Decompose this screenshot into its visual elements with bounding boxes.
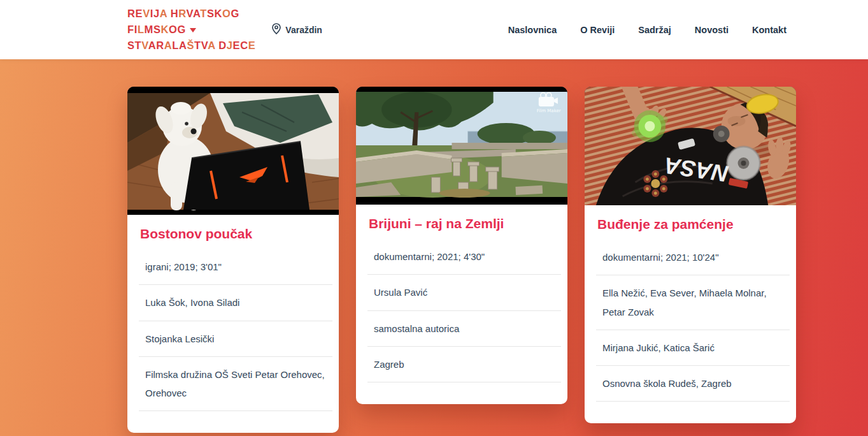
row-school: Filmska družina OŠ Sveti Petar Orehovec,… (139, 357, 332, 412)
page-background: REVIJA HRVATSKOG FILMSKOG STVARALAŠTVA D… (0, 0, 868, 436)
film-card-body: Brijuni – raj na Zemlji dokumentarni; 20… (356, 205, 567, 404)
row-mentors: Mirjana Jukić, Katica Šarić (596, 330, 790, 366)
nav-link-naslovnica[interactable]: Naslovnica (508, 25, 557, 35)
row-mentors: Stojanka Lesički (139, 321, 332, 357)
row-authors: Ursula Pavić (367, 275, 561, 310)
video-thumbnail-fidget-spinners[interactable]: NASA (585, 87, 796, 205)
row-school: Osnovna škola Rudeš, Zagreb (596, 366, 790, 402)
logo-line-3: STVARALAŠTVA DJECE (127, 38, 255, 54)
film-card-bostonov-poucak: Bostonov poučak igrani; 2019; 3'01" Luka… (127, 87, 339, 433)
nav-link-kontakt[interactable]: Kontakt (752, 25, 786, 35)
row-authors: Ella Nežić, Eva Sever, Mihaela Molnar, P… (596, 275, 790, 330)
logo-accent-mark (190, 28, 196, 33)
logo-line-2: FILMSKOG (127, 22, 255, 38)
film-title[interactable]: Brijuni – raj na Zemlji (369, 216, 561, 231)
site-logo[interactable]: REVIJA HRVATSKOG FILMSKOG STVARALAŠTVA D… (127, 6, 255, 53)
location-label: Varaždin (285, 25, 322, 35)
film-title[interactable]: Bostonov poučak (140, 226, 332, 242)
film-card-body: Buđenje za pamćenje dokumentarni; 2021; … (585, 205, 796, 423)
map-pin-icon (272, 23, 281, 36)
svg-text:Film Maker: Film Maker (537, 108, 561, 113)
film-card-brijuni: Film Maker Brijuni – raj na Zemlji dokum… (356, 87, 567, 404)
nav-link-novosti[interactable]: Novosti (695, 25, 729, 35)
video-thumbnail-dog-watching-laptop[interactable] (127, 87, 339, 215)
site-header: REVIJA HRVATSKOG FILMSKOG STVARALAŠTVA D… (0, 0, 868, 59)
film-card-body: Bostonov poučak igrani; 2019; 3'01" Luka… (127, 215, 339, 433)
film-card-budenje-za-pamcenje: NASA Buđenje za pamćenje dokumentarni; 2… (585, 87, 796, 423)
logo-line-1: REVIJA HRVATSKOG (127, 6, 255, 22)
film-title[interactable]: Buđenje za pamćenje (597, 217, 790, 232)
row-type-year-duration: igrani; 2019; 3'01" (139, 249, 332, 285)
row-mentors: samostalna autorica (367, 311, 561, 347)
row-city: Zagreb (367, 347, 561, 382)
film-card-list: Bostonov poučak igrani; 2019; 3'01" Luka… (0, 59, 868, 433)
nav-link-o-reviji[interactable]: O Reviji (580, 25, 615, 35)
nav-link-sadrzaj[interactable]: Sadržaj (638, 25, 671, 35)
row-authors: Luka Šok, Ivona Siladi (139, 285, 332, 321)
main-nav: Naslovnica O Reviji Sadržaj Novosti Kont… (508, 25, 786, 35)
video-thumbnail-brijuni-ruins[interactable]: Film Maker (356, 87, 567, 205)
row-type-year-duration: dokumentarni; 2021; 4'30" (367, 239, 561, 275)
location-indicator: Varaždin (272, 23, 322, 36)
row-type-year-duration: dokumentarni; 2021; 10'24" (596, 240, 790, 275)
